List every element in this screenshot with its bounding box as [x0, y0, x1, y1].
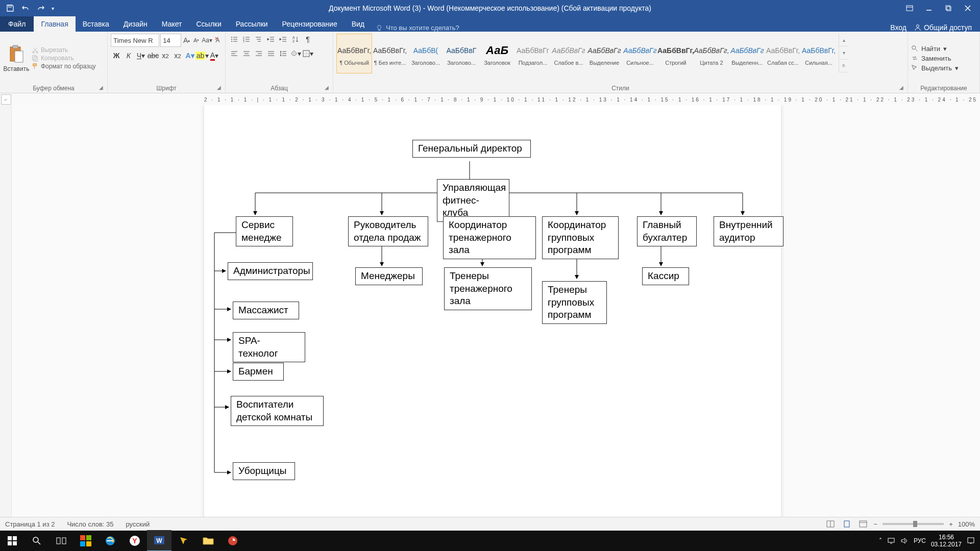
font-color-icon[interactable]: A▾: [209, 50, 220, 61]
share-button[interactable]: Общий доступ: [914, 23, 972, 32]
tray-chevron-icon[interactable]: ˄: [879, 537, 882, 544]
task-view-icon[interactable]: [49, 531, 74, 551]
style-item-10[interactable]: АаБбВвГг,Цитата 2: [694, 34, 729, 73]
copy-button[interactable]: Копировать: [32, 55, 96, 62]
tab-home[interactable]: Главная: [34, 16, 75, 32]
align-right-icon[interactable]: [253, 48, 264, 59]
tab-review[interactable]: Рецензирование: [275, 16, 345, 32]
horizontal-ruler[interactable]: 2 · 1 · 1 · 1 · | · 1 · 1 · 2 · 1 · 3 · …: [204, 97, 980, 103]
align-center-icon[interactable]: [241, 48, 252, 59]
tb-word-icon[interactable]: W: [147, 530, 172, 551]
tray-network-icon[interactable]: [887, 537, 895, 544]
clear-format-icon[interactable]: A✕: [213, 34, 222, 46]
status-words[interactable]: Число слов: 35: [67, 520, 113, 528]
superscript-icon[interactable]: x2: [172, 50, 183, 61]
vertical-ruler[interactable]: [0, 105, 12, 517]
justify-icon[interactable]: [265, 48, 277, 59]
subscript-icon[interactable]: x2: [160, 50, 171, 61]
search-icon[interactable]: [24, 531, 49, 551]
redo-icon[interactable]: [34, 1, 48, 15]
cut-button[interactable]: Вырезать: [32, 46, 96, 54]
read-mode-icon[interactable]: [825, 519, 836, 529]
maximize-icon[interactable]: [939, 1, 958, 15]
zoom-in-icon[interactable]: +: [949, 520, 953, 528]
style-item-4[interactable]: АаБЗаголовок: [479, 34, 515, 73]
tab-mailings[interactable]: Рассылки: [229, 16, 275, 32]
style-item-6[interactable]: АаБбВвГгСлабое в...: [551, 34, 586, 73]
format-painter-button[interactable]: Формат по образцу: [32, 63, 96, 70]
tb-explorer-icon[interactable]: [196, 531, 220, 551]
styles-launcher-icon[interactable]: ◢: [899, 85, 905, 91]
borders-icon[interactable]: ▾: [302, 48, 313, 59]
style-item-3[interactable]: АаБбВвГЗаголово...: [444, 34, 479, 73]
web-layout-icon[interactable]: [857, 519, 869, 529]
style-item-1[interactable]: АаБбВвГг,¶ Без инте...: [372, 34, 408, 73]
save-icon[interactable]: [3, 1, 17, 15]
style-item-12[interactable]: АаБбВвГг,Слабая сс...: [765, 34, 801, 73]
grow-font-icon[interactable]: A▴: [182, 34, 191, 46]
tray-notifications-icon[interactable]: [967, 537, 975, 545]
document-page[interactable]: Генеральный директор Управляющая фитнес-…: [204, 105, 781, 517]
align-left-icon[interactable]: [229, 48, 240, 59]
shrink-font-icon[interactable]: A▾: [192, 34, 201, 46]
tb-app-store[interactable]: [74, 531, 98, 551]
tab-layout[interactable]: Макет: [155, 16, 189, 32]
highlight-icon[interactable]: ab▾: [197, 50, 208, 61]
style-item-0[interactable]: АаБбВвГг,¶ Обычный: [336, 34, 372, 73]
tray-clock[interactable]: 16:56 03.12.2017: [931, 534, 962, 548]
text-effects-icon[interactable]: A▾: [184, 50, 195, 61]
find-button[interactable]: Найти ▾: [911, 45, 959, 53]
tab-selector-icon[interactable]: ⌐: [1, 94, 11, 105]
print-layout-icon[interactable]: [841, 519, 852, 529]
zoom-out-icon[interactable]: −: [874, 520, 878, 528]
line-spacing-icon[interactable]: [278, 48, 289, 59]
increase-indent-icon[interactable]: [278, 34, 289, 45]
tray-language[interactable]: РУС: [914, 537, 926, 544]
tab-view[interactable]: Вид: [345, 16, 372, 32]
strike-icon[interactable]: abc: [148, 50, 159, 61]
tab-references[interactable]: Ссылки: [189, 16, 228, 32]
show-marks-icon[interactable]: ¶: [302, 34, 313, 45]
style-item-7[interactable]: АаБбВвГгВыделение: [586, 34, 622, 73]
font-launcher-icon[interactable]: ◢: [217, 85, 223, 91]
tab-file[interactable]: Файл: [0, 16, 34, 32]
status-page[interactable]: Страница 1 из 2: [5, 520, 55, 528]
bold-icon[interactable]: Ж: [111, 50, 122, 61]
undo-icon[interactable]: [18, 1, 33, 15]
close-icon[interactable]: [959, 1, 977, 15]
status-language[interactable]: русский: [126, 520, 150, 528]
tray-volume-icon[interactable]: [900, 537, 909, 544]
numbering-icon[interactable]: 123: [241, 34, 252, 45]
paste-button[interactable]: Вставить: [3, 34, 30, 83]
style-item-8[interactable]: АаБбВвГгСильное...: [622, 34, 658, 73]
change-case-icon[interactable]: Aa▾: [202, 34, 212, 46]
italic-icon[interactable]: К: [123, 50, 134, 61]
ribbon-display-icon[interactable]: [900, 1, 919, 15]
tab-insert[interactable]: Вставка: [76, 16, 116, 32]
styles-scroll[interactable]: ▴▾≡: [839, 34, 848, 72]
tb-app-yellow[interactable]: [172, 531, 196, 551]
bullets-icon[interactable]: [229, 34, 240, 45]
tell-me-search[interactable]: Что вы хотите сделать?: [376, 24, 459, 32]
zoom-slider[interactable]: [883, 523, 944, 525]
style-item-9[interactable]: АаБбВвГг,Строгий: [658, 34, 694, 73]
style-item-11[interactable]: АаБбВвГгВыделенн...: [729, 34, 765, 73]
multilevel-icon[interactable]: [253, 34, 264, 45]
tab-design[interactable]: Дизайн: [116, 16, 155, 32]
style-item-2[interactable]: АаБбВ(Заголово...: [408, 34, 444, 73]
style-item-13[interactable]: АаБбВвГг,Сильная...: [801, 34, 837, 73]
clipboard-launcher-icon[interactable]: ◢: [99, 85, 105, 91]
tb-app-red[interactable]: [220, 531, 245, 551]
paragraph-launcher-icon[interactable]: ◢: [325, 85, 331, 91]
font-size-select[interactable]: 14: [160, 34, 181, 47]
signin-link[interactable]: Вход: [890, 23, 906, 32]
select-button[interactable]: Выделить ▾: [911, 64, 959, 72]
tb-ie-icon[interactable]: [98, 531, 122, 551]
tb-yandex-icon[interactable]: Y: [122, 531, 147, 551]
underline-icon[interactable]: Ч▾: [135, 50, 146, 61]
replace-button[interactable]: Заменить: [911, 55, 959, 62]
qat-customize-icon[interactable]: ▾: [49, 1, 56, 15]
start-icon[interactable]: [0, 531, 24, 551]
decrease-indent-icon[interactable]: [265, 34, 277, 45]
style-item-5[interactable]: АаБбВвГгПодзагол...: [515, 34, 551, 73]
